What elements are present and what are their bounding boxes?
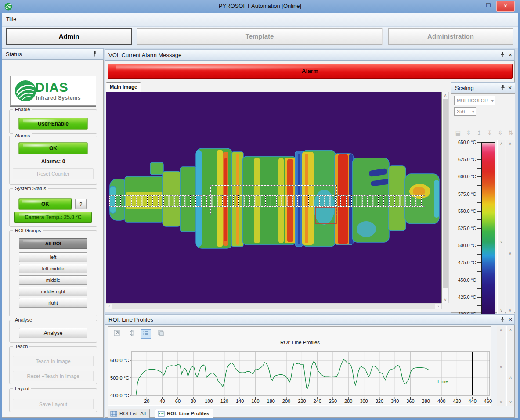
slider-up-icon[interactable]: ∧ [507, 328, 514, 332]
slider-down-icon[interactable]: ∨ [498, 308, 505, 312]
x-tick-label: 140 [236, 398, 244, 404]
slider-up-icon[interactable]: ∧ [506, 141, 514, 146]
chart-vertical-slider-1[interactable]: ∧ ∨ ∨ [497, 326, 505, 406]
roi-group-middle-right-button[interactable]: mddle-right [19, 287, 87, 296]
system-status-group-label: System Status [13, 186, 48, 191]
tab-main-image[interactable]: Main Image [106, 82, 141, 92]
scroll-thumb[interactable] [443, 99, 448, 288]
slider-up-icon[interactable]: ∧ [507, 375, 514, 380]
palette-select[interactable]: MULTICOLOR▾ [454, 96, 495, 105]
scale-shrink-icon[interactable]: ⇅ [506, 128, 516, 138]
reset-counter-button[interactable]: Reset Counter [13, 168, 94, 179]
scroll-up-icon[interactable]: ∧ [442, 93, 448, 97]
analyse-button[interactable]: Analyse [19, 328, 87, 338]
x-tick-label: 220 [298, 398, 306, 404]
scroll-down-icon[interactable]: ∨ [442, 298, 448, 302]
roi-group-all-button[interactable]: All ROI [19, 238, 87, 249]
scale-max-slider[interactable]: ∧ ∨ ∨ [497, 140, 505, 314]
table-icon [110, 410, 117, 417]
scale-min-down-icon[interactable]: ↧ [485, 128, 495, 138]
pin-icon[interactable] [92, 51, 98, 57]
slider-down-icon[interactable]: ∨ [507, 400, 514, 404]
voi-panel-body: Alarm Main Image [105, 61, 515, 312]
tab-administration[interactable]: Administration [388, 28, 513, 45]
close-icon[interactable]: ✕ [507, 316, 513, 323]
slider-down-icon[interactable]: ∨ [498, 240, 505, 244]
scale-properties-icon[interactable]: ▤ [453, 128, 463, 138]
teach-in-image-button[interactable]: Teach-In Image [13, 356, 94, 366]
temperature-colorbar [481, 142, 495, 314]
reset-teach-in-image-button[interactable]: Reset +Teach-In Image [13, 371, 94, 381]
thermal-image-canvas[interactable] [106, 92, 442, 303]
slider-down-icon[interactable]: ∨ [497, 365, 505, 369]
status-panel: Status DIAS Infrared Systems Enable [2, 48, 104, 418]
x-tick-label: 440 [469, 398, 477, 404]
pin-icon[interactable] [499, 52, 506, 58]
close-button[interactable]: ✕ [496, 1, 515, 12]
save-layout-button[interactable]: Save Layout [13, 399, 94, 409]
pin-icon[interactable] [500, 85, 506, 91]
roi-groups-label: ROI-Groups [13, 228, 43, 233]
maximize-button[interactable]: ▢ [483, 1, 494, 8]
tab-template[interactable]: Template [137, 28, 382, 45]
line-profiles-panel: ROI: Line Profiles ✕ [105, 314, 515, 418]
roi-group-middle-button[interactable]: middle [19, 275, 87, 285]
scaling-panel: Scaling ✕ MULTICOLOR▾ 256▾ ▤ ⇕ ↥ [451, 82, 515, 313]
x-tick-label: 120 [220, 398, 228, 404]
scroll-thumb[interactable] [112, 304, 435, 309]
menu-title[interactable]: Title [6, 16, 16, 22]
roi-group-left-button[interactable]: left [19, 252, 87, 262]
scale-label: 550.0 °C [452, 208, 476, 214]
scroll-left-icon[interactable]: ‹ [107, 304, 112, 309]
chart-vertical-slider-2[interactable]: ∧ ∧ ∨ [506, 326, 514, 406]
scroll-right-icon[interactable]: › [436, 304, 441, 309]
tab-admin[interactable]: Admin [6, 28, 132, 45]
tab-roi-line-profiles[interactable]: ROI: Line Profiles [155, 409, 213, 418]
levels-select[interactable]: 256▾ [454, 107, 476, 116]
slider-up-icon[interactable]: ∧ [497, 328, 505, 332]
menubar: Title [2, 13, 518, 26]
status-panel-title: Status [6, 51, 22, 57]
user-enable-button[interactable]: User-Enable [19, 118, 87, 129]
image-horizontal-scrollbar[interactable]: ‹ › [106, 303, 442, 309]
top-tab-row: Admin Template Administration [2, 27, 518, 48]
x-tick-label: 420 [453, 398, 461, 404]
titlebar: PYROSOFT Automation [Online] – ▢ ✕ [0, 0, 520, 13]
alarm-count-text: Alarms: 0 [9, 158, 97, 165]
scale-autorange-icon[interactable]: ⇕ [464, 128, 473, 138]
slider-down-icon[interactable]: ∨ [506, 308, 514, 312]
slider-down-icon[interactable]: ∨ [497, 400, 505, 404]
scale-label: 625.0 °C [452, 157, 476, 162]
bottom-tab-bar: ROI List: All ROI: Line Profiles [106, 408, 514, 418]
scale-label: 600.0 °C [452, 174, 476, 179]
camera-temp-button[interactable]: Camera Temp.: 25.0 °C [14, 212, 92, 223]
scale-max-up-icon[interactable]: ↥ [474, 128, 484, 138]
roi-group-right-button[interactable]: right [19, 298, 87, 308]
alarms-group-label: Alarms [13, 133, 32, 138]
window-frame: Title Admin Template Administration Stat… [2, 13, 518, 418]
status-panel-body: DIAS Infrared Systems Enable User-Enable… [2, 60, 104, 418]
roi-group-left-middle-button[interactable]: left-middle [19, 264, 87, 273]
pin-icon[interactable] [499, 316, 506, 323]
image-vertical-scrollbar[interactable]: ∧ ∨ [442, 92, 449, 303]
dias-logo-icon [14, 79, 37, 102]
system-help-button[interactable]: ? [75, 199, 87, 209]
scaling-panel-title: Scaling [455, 85, 474, 91]
tab-roi-list[interactable]: ROI List: All [108, 409, 150, 418]
x-tick-label: 80 [191, 398, 196, 404]
alarms-ok-button[interactable]: OK [19, 143, 87, 154]
alarm-banner: Alarm [108, 64, 513, 79]
scale-label: 450.0 °C [452, 277, 476, 283]
x-tick-label: 200 [282, 398, 290, 404]
close-icon[interactable]: ✕ [507, 85, 513, 91]
minimize-button[interactable]: – [471, 1, 481, 8]
x-tick-label: 180 [267, 398, 275, 404]
scale-label: 525.0 °C [452, 226, 476, 231]
scale-expand-icon[interactable]: ⇳ [495, 128, 505, 138]
system-ok-button[interactable]: OK [19, 199, 72, 209]
close-icon[interactable]: ✕ [507, 52, 513, 58]
slider-up-icon[interactable]: ∧ [506, 251, 514, 255]
scale-min-slider[interactable]: ∧ ∧ ∨ [506, 140, 514, 314]
slider-up-icon[interactable]: ∧ [498, 141, 505, 146]
x-tick-label: 20 [144, 398, 149, 404]
